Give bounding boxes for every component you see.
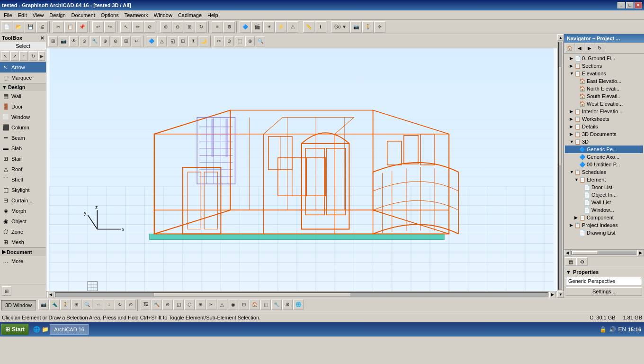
- tree-details[interactable]: ▶ 📋 Details: [565, 123, 643, 130]
- tool-arrow[interactable]: ↖ Arrow: [0, 62, 46, 73]
- vt-btn1[interactable]: ⊞: [48, 36, 58, 46]
- scroll-up-btn[interactable]: ▲: [557, 34, 564, 41]
- toolbox-select[interactable]: Select: [0, 42, 46, 50]
- vt2-btn23[interactable]: ⚙: [282, 300, 293, 310]
- tray-network[interactable]: 🔒: [599, 326, 607, 333]
- h-scroll-thumb[interactable]: [154, 293, 351, 297]
- tool-section-design[interactable]: ▼ Design: [0, 83, 46, 91]
- select-btn[interactable]: ↖: [120, 21, 132, 33]
- redo-btn[interactable]: ↪: [104, 21, 116, 33]
- vt2-btn1[interactable]: 📷: [38, 300, 49, 310]
- tree-ground-floor[interactable]: ▶ 📄 0. Ground Fl...: [565, 55, 643, 62]
- arrow-basic[interactable]: ↖: [1, 51, 9, 61]
- nav-scroll-thumb[interactable]: [572, 251, 598, 255]
- nav-btn-back[interactable]: ◀: [575, 44, 584, 52]
- vt2-btn10[interactable]: 🏗: [141, 300, 151, 310]
- tree-untitled[interactable]: 🔷 00 Untitled P...: [565, 161, 643, 168]
- vt-btn6[interactable]: ⊕: [100, 36, 110, 46]
- vt2-btn20[interactable]: 🏠: [250, 300, 260, 310]
- vt2-btn15[interactable]: ⊞: [195, 300, 206, 310]
- vt2-btn6[interactable]: ↔: [93, 300, 103, 310]
- undo-btn[interactable]: ↩: [92, 21, 104, 33]
- 3d-viewport[interactable]: x y z: [46, 48, 557, 291]
- tree-west-elev[interactable]: 🏠 West Elevatio...: [565, 100, 643, 108]
- measure-btn[interactable]: 📏: [303, 21, 314, 33]
- tree-drawing-list[interactable]: 📄 Drawing List: [565, 229, 643, 237]
- camera-btn[interactable]: 📷: [350, 21, 362, 33]
- tool-marquee[interactable]: ⬚ Marquee: [0, 73, 46, 83]
- vt-btn10[interactable]: 🔷: [147, 36, 156, 46]
- zoom-out-btn[interactable]: ⊖: [172, 21, 183, 33]
- collision-btn[interactable]: ⚠: [287, 21, 298, 33]
- vt-btn3[interactable]: 👁: [69, 36, 79, 46]
- nav-scroll-right[interactable]: ▶: [637, 250, 644, 256]
- vt2-btn13[interactable]: ◱: [173, 300, 184, 310]
- vt2-btn2[interactable]: 🔦: [49, 300, 60, 310]
- nav-btn-next[interactable]: ▶: [585, 44, 594, 52]
- tool-shell[interactable]: ⌒ Shell: [0, 174, 46, 185]
- tool-slab[interactable]: ▬ Slab: [0, 143, 46, 154]
- minimize-button[interactable]: _: [617, 2, 625, 9]
- vt-btn8[interactable]: ⊞: [121, 36, 131, 46]
- nav-btn-refresh[interactable]: ↻: [595, 44, 604, 52]
- tool-window[interactable]: ⬜ Window: [0, 112, 46, 122]
- tree-north-elev[interactable]: 🏠 North Elevati...: [565, 85, 643, 92]
- pencil-btn[interactable]: ✏: [132, 21, 143, 33]
- sun-btn[interactable]: ☀: [263, 21, 275, 33]
- fit-btn[interactable]: ⊞: [184, 21, 195, 33]
- tray-sound[interactable]: 🔊: [609, 326, 617, 333]
- tool-object[interactable]: ◉ Object: [0, 216, 46, 227]
- zoom-in-btn[interactable]: ⊕: [160, 21, 171, 33]
- menu-edit[interactable]: Edit: [15, 11, 30, 19]
- tree-generic-axo[interactable]: 🔷 Generic Axo...: [565, 153, 643, 161]
- render-btn[interactable]: 🎬: [251, 21, 263, 33]
- nav-open-btn[interactable]: ▤: [565, 257, 576, 266]
- vt-btn13[interactable]: ⊡: [178, 36, 188, 46]
- v-scroll-thumb[interactable]: [559, 67, 562, 166]
- tree-window[interactable]: 📄 Window...: [565, 206, 643, 214]
- vt-btn14[interactable]: ☀: [188, 36, 198, 46]
- tree-east-elev[interactable]: 🏠 East Elevatio...: [565, 77, 643, 85]
- settings2-btn[interactable]: ⚙: [224, 21, 235, 33]
- vt2-btn8[interactable]: ↻: [115, 300, 125, 310]
- walk-btn[interactable]: 🚶: [362, 21, 374, 33]
- vt2-btn16[interactable]: ✂: [206, 300, 216, 310]
- menu-design[interactable]: Design: [46, 11, 68, 19]
- vt-btn15[interactable]: 🌙: [199, 36, 208, 46]
- close-button[interactable]: ✕: [635, 2, 642, 9]
- vt-btn12[interactable]: ◱: [168, 36, 177, 46]
- v-scrollbar[interactable]: ▲ ▼: [557, 34, 564, 298]
- tool-skylight[interactable]: ◫ Skylight: [0, 185, 46, 195]
- tree-schedules[interactable]: ▼ 📋 Schedules: [565, 168, 643, 176]
- paste-btn[interactable]: 📌: [76, 21, 88, 33]
- tool-curtain[interactable]: ⊟ Curtain...: [0, 195, 46, 206]
- vt2-btn19[interactable]: ⊡: [239, 300, 249, 310]
- vt-btn18[interactable]: ⬚: [235, 36, 244, 46]
- arrow-more[interactable]: ▶: [38, 51, 45, 61]
- go-btn[interactable]: Go ▼: [331, 21, 350, 33]
- tool-door[interactable]: 🚪 Door: [0, 101, 46, 112]
- tree-3d[interactable]: ▼ 📋 3D: [565, 138, 643, 146]
- vt-btn11[interactable]: △: [157, 36, 167, 46]
- taskbar-archicad[interactable]: ArchiCAD 16: [50, 324, 89, 335]
- view3d-btn[interactable]: 🔷: [240, 21, 251, 33]
- vt2-btn14[interactable]: ⬡: [184, 300, 195, 310]
- vt-btn19[interactable]: ⊛: [245, 36, 255, 46]
- start-button[interactable]: ⊞ Start: [1, 324, 29, 335]
- menu-teamwork[interactable]: Teamwork: [122, 11, 151, 19]
- 3d-window-label[interactable]: 3D Window: [1, 300, 36, 310]
- menu-help[interactable]: Help: [205, 11, 221, 19]
- settings-button[interactable]: Settings...: [566, 287, 642, 296]
- tool-beam[interactable]: ━ Beam: [0, 133, 46, 143]
- nav-settings-btn2[interactable]: ⚙: [576, 257, 588, 266]
- maximize-button[interactable]: □: [626, 2, 634, 9]
- print-btn[interactable]: 🖨: [36, 21, 48, 33]
- tree-component[interactable]: ▶ 📋 Component: [565, 214, 643, 221]
- nav-scroll-track[interactable]: [572, 251, 636, 255]
- tree-south-elev[interactable]: 🏠 South Elevati...: [565, 92, 643, 100]
- vt2-btn24[interactable]: 🌐: [293, 300, 304, 310]
- tree-sections[interactable]: ▶ 📋 Sections: [565, 62, 643, 70]
- arrow-add[interactable]: ↗: [10, 51, 19, 61]
- tool-more[interactable]: … More: [0, 256, 46, 266]
- copy-btn[interactable]: 📋: [64, 21, 76, 33]
